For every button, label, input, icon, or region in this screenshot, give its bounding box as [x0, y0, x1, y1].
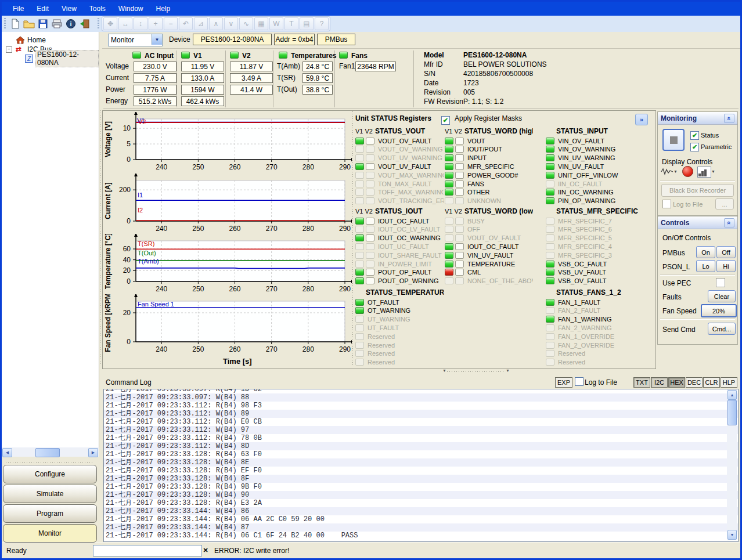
print-icon[interactable] — [50, 17, 64, 30]
scroll-up-icon[interactable]: ▲ — [727, 390, 737, 400]
chevron-down-icon[interactable]: ▼ — [152, 34, 162, 45]
log-mode-hlp[interactable]: HLP — [721, 377, 737, 388]
send-cmd-button[interactable]: Cmd... — [708, 323, 736, 335]
tree-expand-icon[interactable]: − — [6, 46, 12, 53]
exit-icon[interactable] — [78, 17, 92, 30]
undo-zoom-icon[interactable]: ↶ — [179, 17, 193, 30]
browse-log-file-button[interactable]: ... — [715, 198, 734, 209]
reading-value: 11.87 V — [230, 62, 273, 71]
t-marker-icon[interactable]: T — [284, 17, 298, 30]
record-icon[interactable] — [682, 166, 693, 177]
grid-icon[interactable]: ▦ — [254, 17, 268, 30]
menu-file[interactable]: File — [6, 2, 30, 16]
peak-up-icon[interactable]: ∧ — [209, 17, 223, 30]
log-line: 21-七月-2017 09:23:33.144: W(B4) 86 — [104, 507, 738, 515]
menu-help[interactable]: Help — [150, 2, 177, 16]
exp-button[interactable]: EXP — [555, 377, 572, 388]
log-to-file-checkbox[interactable] — [575, 377, 583, 386]
status-led-v2 — [366, 163, 374, 170]
monitoring-panel-header[interactable]: Monitoring « — [658, 112, 737, 125]
sidebar-button-program[interactable]: Program — [3, 504, 97, 523]
zoom-horizontal-icon[interactable]: ↔ — [118, 17, 132, 30]
log-mode-i2c[interactable]: I2C — [651, 377, 668, 388]
axes-icon[interactable]: ⊿ — [194, 17, 208, 30]
menu-edit[interactable]: Edit — [30, 2, 55, 16]
log-mode-txt[interactable]: TXT — [633, 377, 650, 388]
log-line: 21-七月-2017 09:23:33.128: R(B4) 63 F0 — [104, 450, 738, 458]
pmbus-off-button[interactable]: Off — [716, 246, 736, 258]
sidebar-button-monitor[interactable]: Monitor — [3, 524, 97, 543]
use-pec-checkbox[interactable] — [716, 278, 725, 287]
w-marker-icon[interactable]: W — [269, 17, 283, 30]
scroll-thumb[interactable] — [35, 448, 60, 457]
clear-faults-button[interactable]: Clear — [708, 290, 736, 302]
device-addr-button[interactable]: Addr = 0xb4 — [274, 34, 315, 45]
pson-lo-button[interactable]: Lo — [696, 260, 715, 272]
open-folder-icon[interactable] — [22, 17, 36, 30]
copy-icon[interactable]: ▤ — [300, 17, 314, 30]
status-label: UT_FAULT — [368, 324, 399, 331]
status-label: UNKNOWN — [467, 197, 501, 204]
tree-item-pes1600-12-080na[interactable]: ZPES1600-12-080NA — [25, 54, 99, 63]
menu-tools[interactable]: Tools — [83, 2, 112, 16]
menu-window[interactable]: Window — [112, 2, 150, 16]
device-name-button[interactable]: PES1600-12-080NA — [193, 34, 272, 45]
scroll-thumb[interactable] — [727, 400, 737, 425]
pmbus-on-button[interactable]: On — [696, 246, 715, 258]
log-mode-hex[interactable]: HEX — [668, 377, 685, 388]
reading-value: 462.4 kWs — [181, 96, 224, 106]
sidebar-button-configure[interactable]: Configure — [3, 465, 97, 483]
zoom-fit-icon[interactable]: ✥ — [103, 17, 117, 30]
log-line: 21-七月-2017 09:23:33.097: W(B4) 88 — [104, 393, 738, 402]
log-mode-dec[interactable]: DEC — [686, 377, 703, 388]
device-bar: Monitor ▼ Device PES1600-12-080NA Addr =… — [102, 32, 740, 49]
controls-panel-header[interactable]: Controls « — [658, 216, 737, 229]
status-command-input[interactable] — [93, 545, 202, 557]
monitoring-log-to-file-checkbox[interactable] — [662, 200, 671, 208]
waveform-dropdown-icon[interactable]: ▼ — [673, 169, 678, 174]
scroll-right-icon[interactable]: ▶ — [88, 448, 98, 457]
fan-speed-button[interactable]: 20% — [701, 304, 737, 317]
sidebar-splitter[interactable] — [6, 460, 94, 463]
scroll-left-icon[interactable]: ◀ — [2, 448, 12, 457]
tree-item-home[interactable]: Home — [16, 35, 46, 45]
new-document-icon[interactable] — [8, 17, 22, 30]
waveform-icon[interactable]: ∿ — [239, 17, 253, 30]
chart-svg: 0510240250260270280290V1V2Voltage [V] — [103, 112, 352, 172]
expand-status-icon[interactable]: » — [635, 114, 648, 125]
tree-h-scrollbar[interactable]: ◀ ▶ — [2, 447, 99, 457]
device-bus-button[interactable]: PMBus — [317, 34, 355, 45]
stop-monitoring-button[interactable] — [662, 129, 685, 151]
zoom-out-icon[interactable]: − — [164, 17, 178, 30]
log-v-scrollbar[interactable]: ▲ ▼ — [727, 389, 737, 540]
status-led — [355, 316, 364, 323]
waveform-display-icon[interactable] — [661, 167, 673, 176]
about-icon[interactable]: i — [64, 17, 78, 30]
histogram-dropdown-icon[interactable]: ▼ — [711, 169, 715, 174]
log-splitter[interactable]: ▼ ▼ — [447, 371, 505, 372]
peak-down-icon[interactable]: ∨ — [224, 17, 238, 30]
pson-hi-button[interactable]: Hi — [716, 260, 736, 272]
scroll-down-icon[interactable]: ▼ — [727, 530, 737, 540]
black-box-recorder-button[interactable]: Black Box Recorder — [661, 184, 734, 197]
menu-view[interactable]: View — [55, 2, 83, 16]
histogram-display-icon[interactable] — [697, 167, 711, 178]
zoom-vertical-icon[interactable]: ↕ — [134, 17, 147, 30]
mode-combobox[interactable]: Monitor ▼ — [108, 34, 163, 46]
log-mode-clr[interactable]: CLR — [703, 377, 720, 388]
dual-channel-header: V1 V2 — [445, 128, 462, 135]
svg-text:240: 240 — [156, 285, 167, 293]
zoom-in-icon[interactable]: + — [149, 17, 163, 30]
reading-label: Power — [106, 85, 125, 93]
status-row: CML — [445, 269, 481, 276]
status-checkbox[interactable]: ✔ — [690, 131, 699, 140]
apply-masks-checkbox[interactable]: ✔ — [441, 116, 450, 125]
sidebar-button-simulate[interactable]: Simulate — [3, 485, 97, 503]
collapse-icon[interactable]: « — [724, 218, 734, 227]
help-icon[interactable]: ? — [315, 17, 329, 30]
parametric-checkbox[interactable]: ✔ — [690, 143, 699, 151]
clear-error-icon[interactable]: ✕ — [201, 545, 210, 555]
save-icon[interactable] — [36, 17, 50, 30]
collapse-icon[interactable]: « — [724, 114, 734, 123]
home-icon — [16, 36, 25, 44]
